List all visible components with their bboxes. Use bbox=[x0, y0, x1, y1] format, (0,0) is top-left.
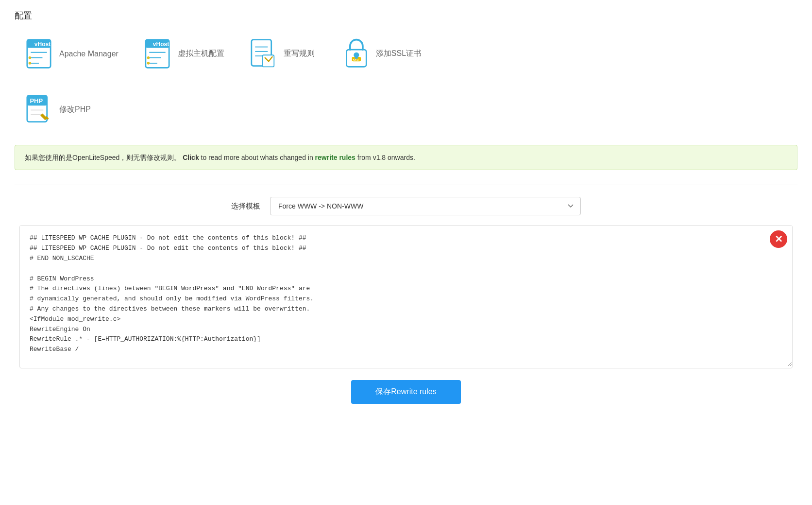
svg-text:vHost: vHost bbox=[153, 41, 169, 48]
close-icon: ✕ bbox=[775, 234, 783, 244]
apache-manager-label: Apache Manager bbox=[59, 50, 118, 58]
template-select[interactable]: Force WWW -> NON-WWW Force NON-WWW -> WW… bbox=[270, 197, 581, 215]
rewrite-label: 重写规则 bbox=[284, 49, 315, 59]
nav-item-rewrite[interactable]: 重写规则 bbox=[239, 33, 326, 74]
banner-text-before: 如果您使用的是OpenLiteSpeed，则无需修改规则。 bbox=[25, 154, 181, 161]
info-banner: 如果您使用的是OpenLiteSpeed，则无需修改规则。 Click to r… bbox=[15, 145, 797, 170]
vhost-config-label: 虚拟主机配置 bbox=[178, 49, 224, 59]
banner-rewrite-link[interactable]: rewrite rules bbox=[315, 154, 355, 161]
banner-text-after: from v1.8 onwards. bbox=[357, 154, 415, 161]
page-title: 配置 bbox=[15, 10, 797, 21]
banner-click-link[interactable]: Click bbox=[183, 154, 199, 161]
editor-wrapper: ✕ ## LITESPEED WP CACHE PLUGIN - Do not … bbox=[19, 225, 793, 368]
divider bbox=[15, 185, 797, 185]
nav-icons-row1: vHost Apache Manager vHost 虚拟主机配置 bbox=[15, 33, 797, 74]
php-icon: PHP bbox=[24, 94, 53, 125]
vhost-icon: vHost bbox=[24, 38, 53, 70]
nav-icons-row2: PHP 修改PHP bbox=[15, 89, 797, 130]
banner-text-middle: to read more about whats changed in bbox=[201, 154, 315, 161]
save-btn-row: 保存Rewrite rules bbox=[15, 380, 797, 404]
svg-text:vHost: vHost bbox=[34, 41, 51, 48]
ssl-icon: SSL bbox=[341, 38, 370, 70]
svg-point-6 bbox=[29, 56, 32, 59]
editor-textarea[interactable]: ## LITESPEED WP CACHE PLUGIN - Do not ed… bbox=[20, 226, 792, 366]
ssl-label: 添加SSL证书 bbox=[376, 49, 422, 59]
template-label: 选择模板 bbox=[231, 202, 260, 211]
close-editor-button[interactable]: ✕ bbox=[770, 230, 787, 248]
php-label: 修改PHP bbox=[59, 104, 91, 115]
rewrite-icon bbox=[249, 38, 278, 70]
svg-text:PHP: PHP bbox=[30, 97, 43, 104]
nav-item-vhost-config[interactable]: vHost 虚拟主机配置 bbox=[133, 33, 234, 74]
template-row: 选择模板 Force WWW -> NON-WWW Force NON-WWW … bbox=[15, 197, 797, 215]
svg-point-7 bbox=[29, 62, 32, 65]
svg-rect-25 bbox=[355, 55, 358, 58]
vhost-config-icon: vHost bbox=[143, 38, 172, 70]
nav-item-php[interactable]: PHP 修改PHP bbox=[15, 89, 102, 130]
svg-point-14 bbox=[147, 56, 150, 59]
save-rewrite-button[interactable]: 保存Rewrite rules bbox=[351, 380, 460, 404]
editor-toolbar: ✕ bbox=[770, 230, 787, 248]
nav-item-apache-manager[interactable]: vHost Apache Manager bbox=[15, 33, 128, 74]
nav-item-ssl[interactable]: SSL 添加SSL证书 bbox=[331, 33, 431, 74]
svg-point-15 bbox=[147, 62, 150, 65]
